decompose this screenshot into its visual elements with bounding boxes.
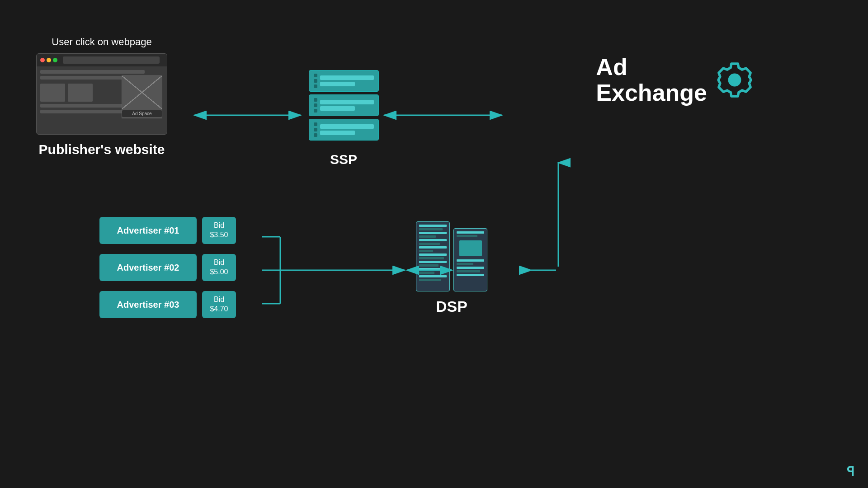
gear-icon <box>714 60 755 100</box>
server-bar-2 <box>320 82 355 86</box>
logo: ꟼ <box>847 464 854 479</box>
advertiser-row-1: Advertiser #01 Bid $3.50 <box>99 217 236 244</box>
bid-label-2: Bid <box>214 258 224 267</box>
dsp-bar-8 <box>419 250 433 252</box>
publisher-label: Publisher's website <box>39 142 165 157</box>
browser-dot-green <box>53 58 57 62</box>
server-bar-1 <box>320 75 374 80</box>
server-bar-6 <box>320 131 355 135</box>
server-bar-5 <box>320 124 374 129</box>
browser-toolbar <box>37 54 167 66</box>
server-bars-3 <box>320 124 374 135</box>
dsp-bar-16 <box>419 279 441 281</box>
server-bar-3 <box>320 100 374 104</box>
ad-space-label: Ad Space <box>122 110 162 117</box>
dsp-bar-4 <box>419 235 436 238</box>
server-dot-1 <box>314 74 317 77</box>
dsp2-bar-4 <box>457 263 473 265</box>
browser-body: Ad Space <box>37 66 167 135</box>
content-bar-4 <box>40 110 126 113</box>
server-bars-1 <box>320 75 374 86</box>
content-bar-2 <box>40 76 126 80</box>
advertiser-1-bid: Bid $3.50 <box>202 217 236 244</box>
advertiser-3-button: Advertiser #03 <box>99 291 197 318</box>
content-block-1 <box>40 84 65 102</box>
dsp-bar-11 <box>419 261 447 263</box>
advertisers-section: Advertiser #01 Bid $3.50 Advertiser #02 … <box>99 217 236 318</box>
content-block-2 <box>68 84 93 102</box>
ssp-server-row-3 <box>309 119 379 141</box>
dsp2-bar-3 <box>457 259 484 262</box>
server-dot-3 <box>314 84 317 88</box>
dsp2-bar-7 <box>457 274 484 276</box>
server-dot-4 <box>314 98 317 102</box>
dsp-bar-2 <box>419 228 443 230</box>
server-dot-8 <box>314 128 317 131</box>
advertiser-2-bid: Bid $5.00 <box>202 254 236 281</box>
server-dot-5 <box>314 103 317 107</box>
browser-address-bar <box>63 56 160 64</box>
dsp2-bar-2 <box>457 235 477 237</box>
dsp-label: DSP <box>436 298 467 315</box>
ssp-server-stack <box>307 66 380 145</box>
dsp-bar-14 <box>419 272 434 274</box>
ssp-server-row-2 <box>309 94 379 116</box>
diagram-container: User click on webpage Ad Space <box>0 0 868 488</box>
bid-amount-1: $3.50 <box>210 230 228 240</box>
ad-space-container: Ad Space <box>122 75 162 118</box>
ad-exchange-content: AdExchange <box>596 54 755 106</box>
dsp-bar-3 <box>419 232 447 234</box>
server-dots-2 <box>314 98 317 113</box>
server-dots-3 <box>314 122 317 137</box>
dsp-screen <box>459 240 482 256</box>
dsp-section: DSP <box>416 221 487 315</box>
advertiser-row-2: Advertiser #02 Bid $5.00 <box>99 254 236 281</box>
ssp-section: SSP <box>307 66 380 167</box>
dsp2-bar-1 <box>457 231 484 234</box>
ssp-label: SSP <box>330 152 357 167</box>
server-bars-2 <box>320 100 374 111</box>
content-bar-1 <box>40 70 145 74</box>
ad-exchange-text: AdExchange <box>596 54 707 106</box>
bid-amount-3: $4.70 <box>210 305 228 314</box>
bid-amount-2: $5.00 <box>210 267 228 277</box>
browser-dot-yellow <box>47 58 51 62</box>
advertiser-row-3: Advertiser #03 Bid $4.70 <box>99 291 236 318</box>
dsp-bar-13 <box>419 268 447 270</box>
browser-window: Ad Space <box>36 53 167 135</box>
dsp-bar-15 <box>419 275 447 277</box>
server-dot-7 <box>314 122 317 126</box>
dsp-server-1 <box>416 221 450 291</box>
dsp2-bar-6 <box>457 270 480 272</box>
bid-label-3: Bid <box>214 295 224 305</box>
dsp-bar-1 <box>419 225 447 227</box>
user-click-label: User click on webpage <box>52 36 151 48</box>
ssp-server-row-1 <box>309 70 379 92</box>
bid-label-1: Bid <box>214 221 224 230</box>
dsp-bar-7 <box>419 246 447 249</box>
ad-exchange-section: AdExchange <box>596 54 755 106</box>
ad-space-x-graphic <box>122 76 162 109</box>
server-dot-2 <box>314 79 317 83</box>
dsp-bar-5 <box>419 239 447 241</box>
publisher-section: User click on webpage Ad Space <box>36 36 167 157</box>
server-dots-1 <box>314 74 317 88</box>
server-dot-6 <box>314 109 317 113</box>
server-dot-9 <box>314 133 317 137</box>
advertiser-2-button: Advertiser #02 <box>99 254 197 281</box>
browser-dot-red <box>40 58 45 62</box>
dsp-bar-12 <box>419 264 439 267</box>
dsp-server-2 <box>453 228 487 291</box>
advertiser-1-button: Advertiser #01 <box>99 217 197 244</box>
dsp-bar-10 <box>419 257 444 259</box>
dsp-bar-6 <box>419 243 440 245</box>
dsp-server-group <box>416 221 487 291</box>
dsp2-bar-5 <box>457 267 484 269</box>
advertiser-3-bid: Bid $4.70 <box>202 291 236 318</box>
dsp-bar-9 <box>419 253 447 256</box>
server-bar-4 <box>320 106 355 111</box>
